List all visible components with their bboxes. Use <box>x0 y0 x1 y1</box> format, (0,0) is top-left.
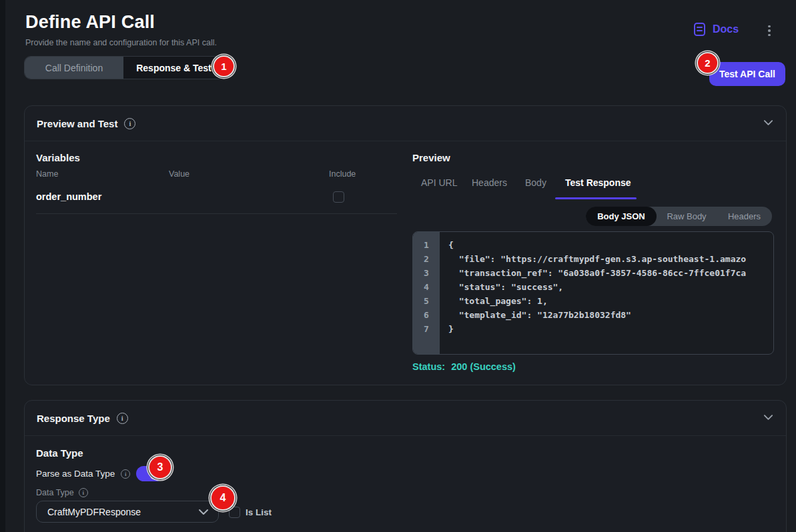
preview-and-test-title: Preview and Test <box>37 118 117 129</box>
info-icon[interactable] <box>79 488 88 497</box>
response-status: Status: 200 (Success) <box>412 361 516 372</box>
info-icon[interactable] <box>124 118 135 129</box>
active-tab-underline <box>555 197 637 199</box>
view-raw-body[interactable]: Raw Body <box>657 207 717 226</box>
response-json-viewer[interactable]: 1 2 3 4 5 6 7 { "file": "https://craftmy… <box>412 231 774 355</box>
code-line: "file": "https://craftmypdf-gen.s3.ap-so… <box>448 252 773 266</box>
code-line: "total_pages": 1, <box>448 294 773 308</box>
main-tab-bar: Call Definition Response & Test <box>24 56 225 79</box>
info-icon[interactable] <box>121 469 130 479</box>
data-type-field-label: Data Type <box>36 488 74 497</box>
collapse-chevron-icon[interactable] <box>763 118 774 130</box>
annotation-badge-3: 3 <box>148 455 172 479</box>
variables-title: Variables <box>36 152 80 163</box>
preview-tab-headers[interactable]: Headers <box>472 177 507 188</box>
chevron-down-icon <box>197 507 210 517</box>
is-list-checkbox[interactable] <box>229 507 240 518</box>
collapse-chevron-icon[interactable] <box>763 413 774 425</box>
view-body-json[interactable]: Body JSON <box>586 207 657 226</box>
response-view-switcher: Body JSON Raw Body Headers <box>586 207 772 226</box>
column-header-value: Value <box>169 169 189 179</box>
parse-as-data-type-label: Parse as Data Type <box>36 469 115 479</box>
column-header-name: Name <box>36 169 58 179</box>
docs-icon <box>693 21 707 37</box>
annotation-badge-2: 2 <box>697 52 719 74</box>
response-type-header: Response Type <box>25 401 786 436</box>
data-type-selected-value: CraftMyPDFResponse <box>47 507 141 517</box>
code-line: "status": "success", <box>448 280 773 294</box>
json-code: { "file": "https://craftmypdf-gen.s3.ap-… <box>440 232 773 354</box>
preview-tab-api-url[interactable]: API URL <box>421 177 457 188</box>
code-line: "transaction_ref": "6a038a0f-3857-4586-8… <box>448 266 773 280</box>
annotation-badge-1: 1 <box>213 55 235 77</box>
preview-title: Preview <box>412 152 450 163</box>
tab-response-and-test[interactable]: Response & Test <box>123 57 224 79</box>
define-api-call-panel: Define API Call Provide the name and con… <box>0 0 796 532</box>
code-line: } <box>448 322 773 336</box>
row-divider <box>36 213 397 214</box>
test-api-call-button[interactable]: Test API Call <box>709 62 785 86</box>
annotation-badge-4: 4 <box>210 485 236 511</box>
code-line: "template_id": "12a77b2b18032fd8" <box>448 308 773 322</box>
info-icon[interactable] <box>117 413 128 424</box>
preview-and-test-header: Preview and Test <box>25 106 786 141</box>
page-title: Define API Call <box>25 12 155 33</box>
code-line: { <box>448 238 773 252</box>
data-type-dropdown[interactable]: CraftMyPDFResponse <box>36 501 219 523</box>
docs-label: Docs <box>713 23 739 35</box>
docs-link[interactable]: Docs <box>693 21 739 37</box>
data-type-field-label-row: Data Type <box>36 488 88 497</box>
variable-name: order_number <box>36 191 101 202</box>
include-checkbox[interactable] <box>333 191 344 203</box>
page-subtitle: Provide the name and configuration for t… <box>25 38 217 47</box>
status-label: Status: <box>412 361 445 372</box>
background-edge <box>0 0 5 532</box>
data-type-section-title: Data Type <box>36 447 83 459</box>
response-type-title: Response Type <box>37 413 110 424</box>
kebab-menu-icon[interactable] <box>765 23 774 38</box>
preview-tab-body[interactable]: Body <box>525 177 546 188</box>
column-header-include: Include <box>329 169 356 179</box>
preview-tab-test-response[interactable]: Test Response <box>565 177 631 188</box>
is-list-label: Is List <box>246 507 272 517</box>
status-value: 200 (Success) <box>451 361 516 372</box>
tab-call-definition[interactable]: Call Definition <box>25 57 123 79</box>
line-number-gutter: 1 2 3 4 5 6 7 <box>413 232 440 354</box>
parse-as-data-type-row: Parse as Data Type <box>36 466 163 481</box>
view-headers[interactable]: Headers <box>717 207 772 226</box>
